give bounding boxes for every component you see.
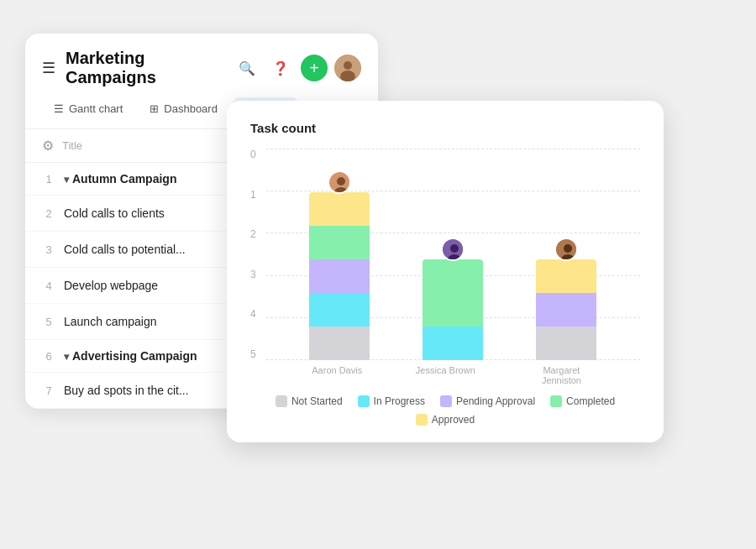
legend-pending: Pending Approval — [440, 395, 535, 407]
y-label-2: 2 — [250, 228, 256, 240]
search-button[interactable]: 🔍 — [234, 55, 260, 81]
segment-not-started — [309, 327, 370, 360]
row-number: 7 — [42, 384, 55, 397]
chart-title: Task count — [250, 121, 640, 135]
avatar-jessica — [441, 238, 465, 261]
tab-gantt[interactable]: ☰ Gantt chart — [42, 97, 134, 120]
segment-completed-2 — [423, 259, 483, 293]
table-header: ☰ Marketing Campaigns 🔍 ❓ + — [25, 34, 378, 87]
svg-point-4 — [337, 177, 345, 186]
gantt-icon: ☰ — [54, 102, 64, 115]
app-title: Marketing Campaigns — [66, 49, 223, 87]
legend-label-completed: Completed — [566, 395, 615, 407]
svg-point-1 — [344, 61, 352, 70]
avatar-image — [334, 55, 361, 81]
user-avatar[interactable] — [334, 55, 361, 81]
outer-container: ☰ Marketing Campaigns 🔍 ❓ + ☰ Gantt char… — [17, 17, 739, 549]
legend-dot-in-progress — [358, 395, 370, 407]
chart-card: Task count 5 4 3 2 1 0 — [227, 101, 664, 442]
chevron-icon[interactable]: ▾ — [64, 351, 69, 363]
add-button[interactable]: + — [301, 55, 328, 81]
chart-inner: 5 4 3 2 1 0 — [250, 149, 640, 384]
legend-label-not-started: Not Started — [291, 395, 343, 407]
segment-completed — [309, 226, 370, 259]
segment-in-progress — [309, 293, 370, 327]
x-label-aaron: Aaron Davis — [307, 360, 367, 384]
legend-dot-completed — [550, 395, 562, 407]
bars-area: Aaron Davis Jessica Brown Margaret Jenni… — [266, 149, 640, 384]
bar-group-margaret — [536, 259, 596, 360]
x-label-margaret: Margaret Jenniston — [523, 360, 599, 384]
legend-dot-pending — [440, 395, 452, 407]
dashboard-icon: ⊞ — [150, 102, 159, 115]
legend-approved: Approved — [416, 414, 475, 426]
legend-not-started: Not Started — [276, 395, 343, 407]
legend-completed: Completed — [550, 395, 615, 407]
y-label-1: 1 — [250, 189, 256, 201]
y-label-4: 4 — [250, 308, 256, 320]
segment-completed-2 — [309, 192, 370, 226]
row-number: 4 — [42, 280, 55, 292]
legend-dot-not-started — [276, 395, 287, 407]
chart-area: 5 4 3 2 1 0 — [250, 149, 640, 384]
segment-completed — [423, 293, 483, 327]
header-icons: 🔍 ❓ + — [234, 55, 361, 81]
chart-legend: Not Started In Progress Pending Approval… — [250, 395, 640, 426]
avatar-margaret — [554, 238, 578, 261]
row-number: 2 — [42, 207, 55, 220]
x-label-jessica: Jessica Brown — [415, 360, 475, 384]
bar-stack — [536, 259, 596, 360]
tab-dashboard[interactable]: ⊞ Dashboard — [138, 97, 229, 120]
bar-group-aaron — [309, 192, 370, 360]
y-axis: 5 4 3 2 1 0 — [250, 149, 266, 384]
bar-stack — [309, 192, 370, 360]
row-number: 1 — [42, 173, 55, 186]
row-number: 6 — [42, 350, 55, 363]
row-number: 3 — [42, 243, 55, 256]
legend-label-pending: Pending Approval — [456, 395, 535, 407]
svg-point-10 — [564, 244, 572, 253]
segment-pending — [536, 293, 596, 327]
legend-label-approved: Approved — [432, 414, 475, 426]
y-label-0: 0 — [250, 149, 256, 160]
legend-in-progress: In Progress — [358, 395, 425, 407]
segment-not-started — [536, 327, 596, 360]
row-number: 5 — [42, 316, 55, 328]
bar-group-jessica — [423, 259, 483, 360]
y-label-5: 5 — [250, 348, 256, 360]
legend-label-in-progress: In Progress — [374, 395, 425, 407]
chart-plot: Aaron Davis Jessica Brown Margaret Jenni… — [266, 149, 640, 384]
y-label-3: 3 — [250, 269, 256, 280]
help-button[interactable]: ❓ — [267, 55, 294, 81]
legend-dot-approved — [416, 414, 428, 426]
settings-icon[interactable]: ⚙ — [42, 138, 54, 154]
bar-stack — [423, 259, 483, 360]
segment-pending — [309, 259, 370, 293]
svg-point-7 — [450, 244, 459, 253]
segment-approved — [536, 259, 596, 293]
chevron-icon[interactable]: ▾ — [64, 174, 69, 186]
hamburger-icon[interactable]: ☰ — [42, 59, 55, 77]
avatar-aaron — [328, 170, 351, 194]
segment-in-progress — [423, 327, 483, 360]
